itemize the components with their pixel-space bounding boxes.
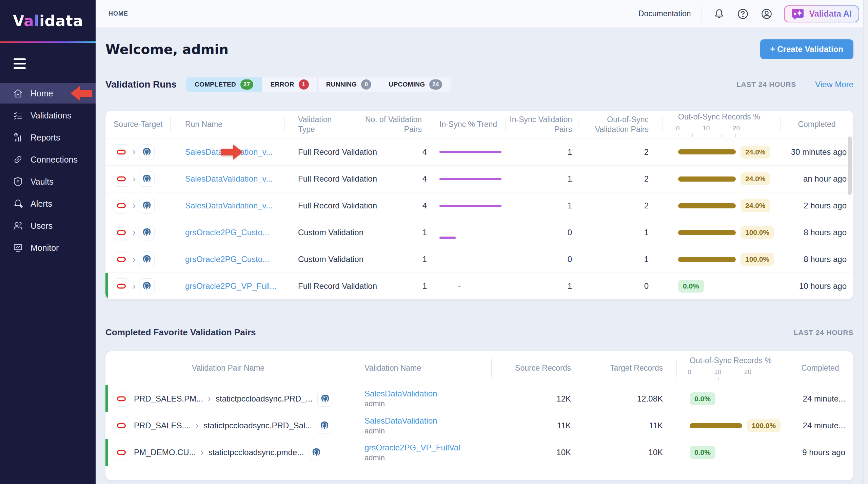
validation-owner: admin [364, 453, 491, 462]
outofsync-records-cell: 100.0% [663, 253, 780, 266]
monitor-icon [13, 243, 23, 253]
runs-range-label: LAST 24 HOURS [736, 80, 796, 89]
notification-bell-icon[interactable] [713, 7, 726, 20]
topbar-actions: Documentation Validata AI [638, 5, 859, 22]
tab-running[interactable]: RUNNING 0 [317, 77, 380, 92]
outofsync-pct-badge: 0.0% [678, 280, 704, 293]
sidebar-item-validations[interactable]: Validations [0, 105, 96, 126]
tab-upcoming[interactable]: UPCOMING 24 [380, 77, 450, 92]
outofsync-records-cell: 100.0% [676, 419, 787, 432]
validation-type-cell: Custom Validation [284, 255, 348, 264]
outofsync-records-cell: 0.0% [676, 392, 787, 405]
run-name-link[interactable]: grsOracle2PG_Custo... [185, 228, 269, 237]
insync-pairs-cell: 0 [506, 228, 578, 237]
insync-pairs-cell: 1 [506, 174, 578, 184]
insync-pairs-cell: 1 [506, 281, 578, 291]
outofsync-pairs-cell: 1 [578, 228, 663, 237]
table-row[interactable]: grsOracle2PG_VP_Full... Full Record Vali… [105, 273, 853, 299]
sidebar-item-label: Vaults [31, 177, 54, 187]
postgresql-icon [317, 391, 333, 407]
run-name-link[interactable]: grsOracle2PG_VP_Full... [185, 281, 276, 291]
outofsync-bar [678, 149, 736, 154]
table-row[interactable]: SalesDataValidation_v... Full Record Val… [105, 165, 853, 192]
breadcrumb[interactable]: HOME [108, 10, 128, 17]
sidebar-item-home[interactable]: Home [0, 83, 96, 104]
col-source-target: Source-Target [105, 111, 170, 138]
pairs-count-cell: 4 [348, 174, 433, 184]
tab-completed[interactable]: COMPLETED 27 [186, 77, 262, 92]
tab-error[interactable]: ERROR 1 [262, 77, 317, 92]
table-row[interactable]: grsOracle2PG_Custo... Custom Validation … [105, 219, 853, 246]
hamburger-menu-icon[interactable] [14, 58, 96, 69]
postgresql-icon [317, 418, 332, 433]
run-name-link[interactable]: SalesDataValidation_v... [185, 174, 273, 183]
sidebar-item-label: Home [31, 89, 53, 98]
validation-type-cell: Full Record Validation [284, 201, 348, 210]
chevron-right-icon[interactable] [133, 147, 136, 156]
postgresql-icon [139, 225, 155, 240]
completed-count-badge: 27 [240, 79, 253, 90]
run-name-cell: grsOracle2PG_Custo... [170, 228, 284, 237]
col-validation-type: Validation Type [284, 111, 348, 138]
shield-icon [13, 176, 23, 187]
table-row[interactable]: grsOracle2PG_Custo... Custom Validation … [105, 246, 853, 273]
run-name-link[interactable]: grsOracle2PG_Custo... [185, 255, 269, 264]
view-more-link[interactable]: View More [815, 80, 853, 89]
chevron-right-icon[interactable] [133, 228, 136, 237]
chevron-right-icon[interactable] [133, 174, 136, 184]
insync-trend-cell [433, 219, 506, 246]
col-source-records: Source Records [491, 351, 584, 385]
chevron-right-icon[interactable] [133, 282, 136, 291]
sidebar-item-monitor[interactable]: Monitor [0, 238, 96, 258]
pair-target-name: statictpccloadsync.PRD_Sal... [203, 421, 312, 430]
table-row[interactable]: PRD_SALES.... statictpccloadsync.PRD_Sal… [105, 412, 853, 439]
chevron-right-icon[interactable] [133, 255, 136, 264]
table-scrollbar-thumb[interactable] [848, 136, 852, 195]
sidebar-item-alerts[interactable]: Alerts [0, 193, 96, 214]
postgresql-icon [309, 445, 324, 460]
oos-axis-labels: 01020 [676, 124, 740, 132]
col-validation-name: Validation Name [351, 351, 491, 385]
sidebar-item-connections[interactable]: Connections [0, 149, 96, 170]
completed-cell: 8 hours ago [780, 228, 853, 237]
validation-name-cell: SalesDataValidation admin [351, 416, 491, 435]
oracle-icon [114, 252, 129, 267]
completed-cell: 2 hours ago [780, 201, 853, 210]
col-target-records: Target Records [584, 351, 676, 385]
sidebar-item-users[interactable]: Users [0, 216, 96, 236]
table-row[interactable]: SalesDataValidation_v... Full Record Val… [105, 192, 853, 219]
outofsync-pairs-cell: 2 [578, 174, 663, 184]
validata-ai-button[interactable]: Validata AI [784, 5, 859, 22]
outofsync-pct-badge: 100.0% [747, 419, 781, 432]
help-icon[interactable] [736, 7, 749, 20]
pair-source-name: PRD_SALES.PM... [134, 394, 203, 404]
sidebar-item-reports[interactable]: Reports [0, 127, 96, 148]
completed-cell: 10 hours ago [780, 281, 853, 291]
topbar-divider [702, 6, 702, 22]
outofsync-records-cell: 24.0% [663, 146, 780, 159]
table-row[interactable]: SalesDataValidation_v... Full Record Val… [105, 138, 853, 165]
sidebar-item-vaults[interactable]: Vaults [0, 171, 96, 192]
pairs-count-cell: 4 [348, 201, 433, 210]
validation-name-link[interactable]: SalesDataValidation [364, 389, 491, 398]
validation-name-link[interactable]: SalesDataValidation [364, 416, 491, 426]
page-title: Welcome, admin [105, 42, 229, 57]
validation-pair-cell: PRD_SALES.... statictpccloadsync.PRD_Sal… [105, 418, 351, 433]
postgresql-icon [139, 252, 155, 267]
outofsync-pairs-cell: 2 [578, 201, 663, 210]
run-name-link[interactable]: SalesDataValidation_v... [185, 201, 273, 210]
account-icon[interactable] [760, 7, 773, 20]
outofsync-records-cell: 24.0% [663, 172, 780, 185]
window-scrollbar[interactable] [863, 0, 868, 484]
documentation-link[interactable]: Documentation [638, 9, 691, 18]
validation-name-link[interactable]: grsOracle2PG_VP_FullVal [364, 443, 491, 452]
main-area: HOME Documentation Validata AI [96, 0, 868, 484]
favorites-table-body: PRD_SALES.PM... statictpccloadsync.PRD_.… [105, 385, 853, 466]
table-row[interactable]: PRD_SALES.PM... statictpccloadsync.PRD_.… [105, 385, 853, 412]
run-status-tabs: COMPLETED 27 ERROR 1 RUNNING 0 UPCOMING … [186, 77, 451, 92]
table-row[interactable]: PM_DEMO.CU... statictpccloadsync.pmde...… [105, 439, 853, 466]
chevron-right-icon[interactable] [133, 201, 136, 210]
create-validation-button[interactable]: + Create Validation [760, 39, 853, 59]
pairs-count-cell: 1 [348, 281, 433, 291]
trend-empty-dash: - [458, 255, 461, 264]
